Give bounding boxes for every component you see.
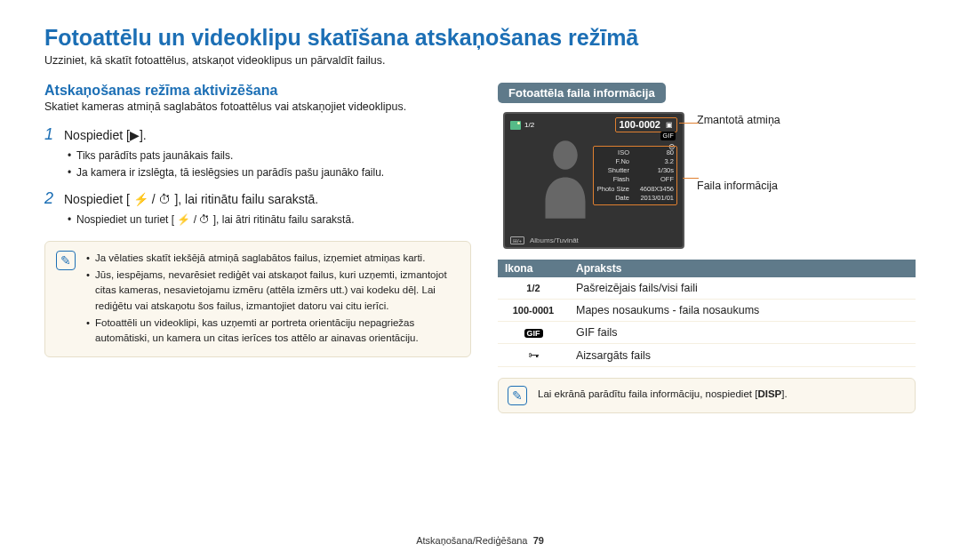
callout-fileinfo: Faila informācija <box>697 180 780 192</box>
note-icon: ✎ <box>508 386 527 405</box>
note-icon: ✎ <box>56 251 76 270</box>
lock-icon: 🗝 <box>528 348 540 362</box>
tip-box: ✎ Lai ekrānā parādītu faila informāciju,… <box>498 378 916 413</box>
gif-icon: GIF <box>524 329 543 338</box>
section-heading: Atskaņošanas režīma aktivizēšana <box>44 83 471 99</box>
info-value: 2013/01/01 <box>640 194 674 203</box>
row-desc: Aizsargāts fails <box>569 344 916 367</box>
note-item: Ja vēlaties skatīt iekšējā atmiņā saglab… <box>86 251 460 266</box>
disp-button-label: DISP <box>757 388 781 399</box>
tip-text: Lai ekrānā parādītu faila informāciju, n… <box>538 388 757 399</box>
camera-screen: 1/2 100-0002 ▣ GIF ⊝ ISO80 F.No3.2 <box>503 112 684 249</box>
top-info-box: 100-0002 ▣ <box>615 117 678 132</box>
callout-memory: Zmantotā atmiņa <box>697 114 780 126</box>
file-counter: 1/2 <box>524 121 534 129</box>
picture-icon <box>510 121 521 130</box>
step-number: 2 <box>44 189 57 208</box>
row-desc: Pašreizējais fails/visi faili <box>569 277 916 300</box>
info-label: Flash <box>596 175 634 184</box>
info-value: 3.2 <box>665 157 674 166</box>
info-value: 80 <box>667 148 674 157</box>
step-text: Nospiediet [ ⚡ / ⏱ ], lai ritinātu failu… <box>64 192 318 206</box>
note-item: Jūs, iespējams, nevarēsiet rediģēt vai a… <box>86 268 460 314</box>
note-item: Fotoattēli un videoklipi, kas uzņemti ar… <box>86 316 460 347</box>
zoom-icon: ⊞/+ <box>510 236 524 244</box>
page-title: Fotoattēlu un videoklipu skatīšana atska… <box>44 25 916 51</box>
info-label: Shutter <box>596 166 634 175</box>
step1-bullet: Ja kamera ir izslēgta, tā ieslēgsies un … <box>68 164 471 181</box>
section-sub: Skatiet kameras atmiņā saglabātos fotoat… <box>44 100 471 113</box>
info-value: OFF <box>660 175 674 184</box>
page-number: 79 <box>533 535 544 546</box>
row-desc: Mapes nosaukums - faila nosaukums <box>569 300 916 322</box>
step-text: Nospiediet [▶]. <box>64 128 147 142</box>
tip-text-end: ]. <box>781 388 787 399</box>
step1-bullet: Tiks parādīts pats jaunākais fails. <box>68 148 471 164</box>
bottom-label: Albums/Tuvināt <box>530 236 579 244</box>
th-desc: Apraksts <box>569 260 916 277</box>
table-row: GIF GIF fails <box>498 322 916 344</box>
silhouette-icon <box>530 135 601 224</box>
row-desc: GIF fails <box>569 322 916 344</box>
gif-badge: GIF <box>660 132 676 140</box>
page-subtitle: Uzziniet, kā skatīt fotoattēlus, atskaņo… <box>44 54 916 67</box>
table-row: 1/2 Pašreizējais fails/visi faili <box>498 277 916 300</box>
memory-used-icon: ▣ <box>666 121 673 129</box>
step-number: 1 <box>44 125 57 144</box>
page-footer: Atskaņošana/Rediģēšana 79 <box>0 535 960 546</box>
info-label: Date <box>596 194 634 203</box>
step-1: 1 Nospiediet [▶]. Tiks parādīts pats jau… <box>44 125 471 180</box>
info-label: Photo Size <box>596 185 634 194</box>
info-pill: Fotoattēla faila informācija <box>498 83 666 103</box>
folder-icon: 100-0001 <box>513 305 555 316</box>
footer-section: Atskaņošana/Rediģēšana <box>416 535 527 546</box>
table-row: 100-0001 Mapes nosaukums - faila nosauku… <box>498 300 916 322</box>
info-panel: ISO80 F.No3.2 Shutter1/30s FlashOFF Phot… <box>593 146 677 205</box>
info-label: ISO <box>596 148 634 157</box>
folder-label: 100-0002 <box>620 119 661 130</box>
note-box: ✎ Ja vēlaties skatīt iekšējā atmiņā sagl… <box>44 241 471 358</box>
step-2: 2 Nospiediet [ ⚡ / ⏱ ], lai ritinātu fai… <box>44 189 471 228</box>
table-row: 🗝 Aizsargāts fails <box>498 344 916 367</box>
th-icon: Ikona <box>498 260 569 277</box>
count-icon: 1/2 <box>526 283 540 293</box>
info-label: F.No <box>596 157 634 166</box>
info-value: 4608X3456 <box>640 185 674 194</box>
info-value: 1/30s <box>658 166 674 175</box>
step2-bullet: Nospiediet un turiet [ ⚡ / ⏱ ], lai ātri… <box>68 212 471 228</box>
icon-table: Ikona Apraksts 1/2 Pašreizējais fails/vi… <box>498 260 916 367</box>
